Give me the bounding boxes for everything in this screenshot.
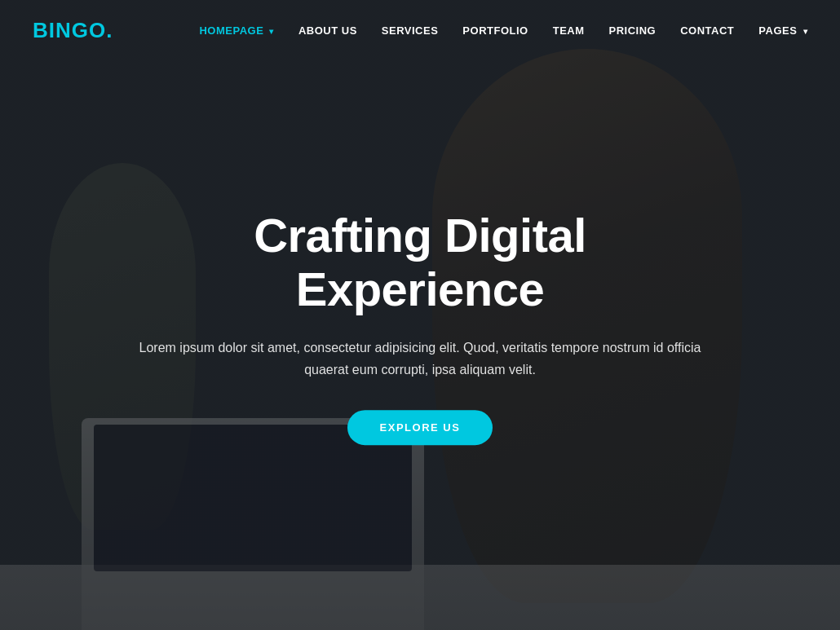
nav-item-pages[interactable]: PAGES ▾	[758, 23, 807, 37]
logo-dot: .	[106, 18, 113, 42]
logo-text: BINGO	[33, 18, 106, 42]
nav-link-pages[interactable]: PAGES ▾	[758, 24, 807, 37]
nav-item-homepage[interactable]: HOMEPAGE ▾	[199, 23, 274, 37]
nav-link-services[interactable]: SERVICES	[382, 24, 439, 37]
hero-title: Crafting Digital Experience	[135, 209, 705, 317]
nav-link-homepage[interactable]: HOMEPAGE ▾	[199, 24, 274, 37]
nav-item-portfolio[interactable]: PORTFOLIO	[462, 23, 528, 37]
explore-us-button[interactable]: EXPLORE US	[347, 410, 493, 445]
nav-item-about[interactable]: ABOUT US	[298, 23, 357, 37]
nav-link-pricing[interactable]: PRICING	[609, 24, 657, 37]
nav-link-about[interactable]: ABOUT US	[298, 24, 357, 37]
nav-link-portfolio[interactable]: PORTFOLIO	[462, 24, 528, 37]
navbar: BINGO. HOMEPAGE ▾ ABOUT US SERVICES	[0, 0, 840, 60]
site-logo[interactable]: BINGO.	[33, 18, 113, 43]
nav-link-contact[interactable]: CONTACT	[680, 24, 734, 37]
hero-section: BINGO. HOMEPAGE ▾ ABOUT US SERVICES	[0, 0, 840, 630]
nav-item-contact[interactable]: CONTACT	[680, 23, 734, 37]
nav-link-team[interactable]: TEAM	[553, 24, 585, 37]
nav-item-services[interactable]: SERVICES	[382, 23, 439, 37]
hero-content: Crafting Digital Experience Lorem ipsum …	[135, 209, 705, 446]
hero-subtitle: Lorem ipsum dolor sit amet, consectetur …	[135, 337, 705, 381]
nav-item-team[interactable]: TEAM	[553, 23, 585, 37]
nav-menu: HOMEPAGE ▾ ABOUT US SERVICES PORTFOLIO	[199, 23, 807, 37]
chevron-down-icon: ▾	[269, 27, 274, 36]
nav-item-pricing[interactable]: PRICING	[609, 23, 657, 37]
chevron-down-icon: ▾	[803, 27, 808, 36]
